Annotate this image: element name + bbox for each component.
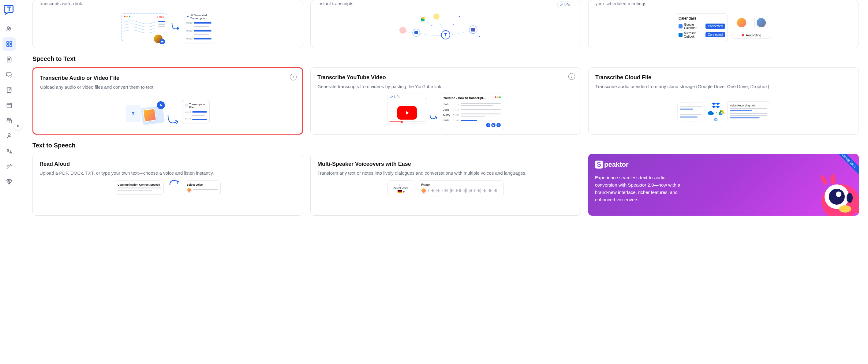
profile-icon — [6, 132, 12, 139]
nav-document[interactable] — [2, 53, 16, 66]
translate-icon — [6, 148, 12, 155]
card-read-aloud[interactable]: Read Aloud Upload a PDF, DOCx, TXT, or t… — [32, 154, 303, 216]
svg-point-87 — [836, 192, 841, 197]
top-card-row: transcripts with a link. ● REC ✦AI Gener — [32, 0, 859, 48]
card-multi-speaker[interactable]: Multi-Speaker Voiceovers with Ease Trans… — [310, 154, 581, 216]
card-transcribe-cloud[interactable]: Transcribe Cloud File Transcribe audio o… — [588, 67, 859, 135]
card-desc: Upload any audio or video files and conv… — [40, 84, 296, 91]
calendar-icon — [6, 102, 12, 108]
speech-to-text-grid: i Transcribe Audio or Video File Upload … — [32, 67, 859, 135]
section-title-speech-to-text: Speech to Text — [32, 55, 859, 62]
info-button[interactable]: i — [290, 74, 297, 80]
plug-icon — [6, 163, 12, 170]
card-title: Transcribe YouTube Video — [317, 74, 574, 81]
grid-icon — [6, 41, 12, 47]
svg-point-24 — [459, 16, 460, 17]
card-transcribe-youtube[interactable]: i Transcribe YouTube Video Generate tran… — [310, 67, 581, 135]
card-desc: Transcribe audio or video from any cloud… — [595, 83, 852, 90]
card-desc: Generate transcripts from videos by past… — [317, 83, 574, 90]
illustration: URL Youtube - How to transcript. — [317, 94, 574, 130]
svg-point-22 — [432, 25, 432, 26]
section-title-text-to-speech: Text to Speech — [32, 142, 859, 149]
mascot-icon — [813, 173, 859, 216]
nav-translate[interactable] — [2, 144, 16, 158]
illustration: 📄Transcription File 01:12 01:12 — [40, 94, 296, 129]
chevron-right-double-icon — [16, 124, 20, 128]
card-instant-transcripts[interactable]: instant transcripts. T — [310, 0, 581, 48]
card-desc: transcripts with a link. — [39, 0, 296, 7]
illustration: Voice Recording - 03 — [595, 94, 852, 130]
svg-text:T: T — [444, 32, 447, 37]
illustration: Calendars Google Calendar Connected Micr… — [595, 11, 852, 43]
svg-rect-13 — [422, 17, 425, 19]
illustration: T URL — [317, 11, 574, 43]
card-title: Transcribe Audio or Video File — [40, 75, 296, 81]
nav-integrations[interactable] — [2, 160, 16, 173]
illustration: Communication Content Speech Select Voic… — [39, 180, 296, 211]
speaktor-logo-icon: S — [595, 161, 603, 169]
illustration: ● REC ✦AI Generated Transcription 01:12 … — [39, 11, 296, 43]
nav-chat[interactable] — [2, 68, 16, 81]
card-transcribe-file[interactable]: i Transcribe Audio or Video File Upload … — [32, 67, 303, 135]
speaktor-logo: S peaktor — [595, 161, 852, 169]
svg-point-86 — [829, 189, 845, 205]
youtube-play-icon — [397, 106, 417, 120]
chat-icon — [6, 71, 12, 78]
svg-rect-3 — [9, 42, 11, 43]
main-content: transcripts with a link. ● REC ✦AI Gener — [18, 0, 868, 364]
sidebar — [0, 0, 18, 364]
gift-icon — [6, 117, 12, 124]
speaktor-logo-text: peaktor — [604, 161, 628, 169]
card-share-transcripts[interactable]: transcripts with a link. ● REC ✦AI Gener — [32, 0, 303, 48]
google-drive-icon — [719, 110, 725, 115]
svg-point-89 — [839, 205, 851, 212]
svg-rect-19 — [414, 31, 418, 34]
svg-rect-26 — [714, 119, 718, 121]
nav-notes[interactable] — [2, 83, 16, 97]
card-title: Transcribe Cloud File — [595, 74, 852, 81]
document-icon — [6, 56, 12, 63]
svg-point-28 — [716, 119, 717, 120]
nav-dashboard[interactable] — [2, 37, 16, 51]
svg-rect-4 — [6, 45, 8, 46]
nav-profile[interactable] — [2, 129, 16, 142]
nav-calendar[interactable] — [2, 99, 16, 112]
app-logo[interactable] — [3, 4, 15, 16]
card-scheduled-meetings[interactable]: your scheduled meetings. Calendars Googl… — [588, 0, 859, 48]
svg-rect-2 — [6, 42, 8, 43]
onedrive-icon — [707, 110, 714, 115]
svg-point-25 — [479, 36, 480, 37]
card-title: Read Aloud — [39, 161, 296, 167]
card-desc: your scheduled meetings. — [595, 0, 852, 7]
nav-people[interactable] — [2, 22, 16, 35]
notes-icon — [6, 87, 12, 93]
diamond-icon — [6, 178, 12, 185]
people-icon — [6, 25, 12, 32]
card-desc: instant transcripts. — [317, 0, 574, 7]
card-speaktor-promo[interactable]: Coming Soon S peaktor Experience seamles… — [588, 154, 859, 216]
svg-point-8 — [8, 134, 10, 136]
svg-point-1 — [9, 27, 11, 29]
nav-premium[interactable] — [2, 175, 16, 189]
svg-rect-21 — [471, 28, 475, 32]
bot-icon — [713, 117, 719, 122]
svg-point-0 — [7, 27, 9, 28]
card-title: Multi-Speaker Voiceovers with Ease — [317, 161, 574, 167]
sidebar-expand-button[interactable] — [14, 122, 22, 130]
svg-point-27 — [715, 119, 716, 120]
info-button[interactable]: i — [568, 73, 575, 80]
card-desc: Upload a PDF, DOCx, TXT, or type your ow… — [39, 170, 296, 177]
svg-rect-6 — [7, 103, 11, 108]
svg-rect-5 — [9, 45, 11, 46]
dropbox-icon — [712, 102, 720, 108]
illustration: ⋮⋮ Select Voice ▾ Voices — [317, 180, 574, 211]
svg-point-23 — [453, 24, 454, 25]
card-desc: Transform any text or notes into lively … — [317, 170, 574, 177]
promo-text: Experience seamless text-to-audio conver… — [595, 174, 681, 203]
text-to-speech-grid: Read Aloud Upload a PDF, DOCx, TXT, or t… — [32, 154, 859, 216]
svg-point-88 — [846, 193, 853, 203]
